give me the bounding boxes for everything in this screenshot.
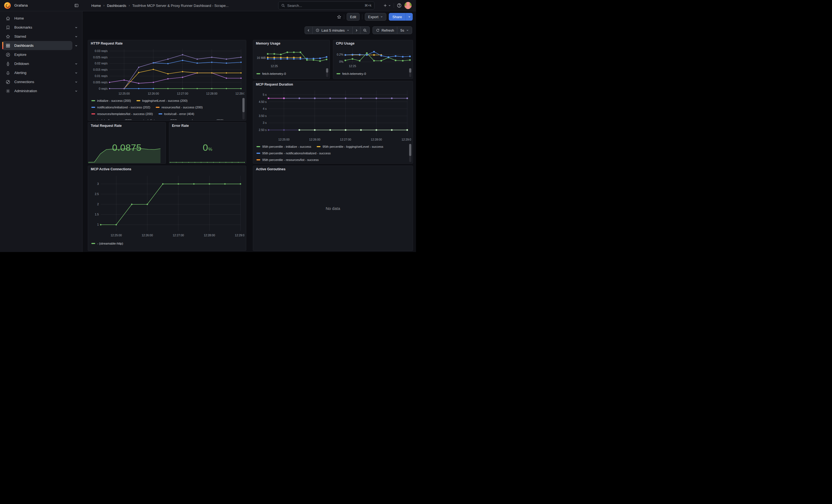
chevron-down-icon[interactable]: [72, 42, 80, 50]
duration-legend: 95th percentile - initialize - success95…: [256, 143, 407, 163]
grafana-logo-icon: [4, 2, 11, 9]
legend-item[interactable]: tools/call - success (200): [92, 119, 132, 120]
legend-item[interactable]: resources/templates/list - success (200): [92, 112, 153, 115]
time-range-picker[interactable]: Last 5 minutes: [312, 26, 353, 34]
legend-item[interactable]: fetch-telemetry-0: [337, 72, 366, 75]
legend-item[interactable]: fetch-telemetry-0: [256, 72, 286, 75]
svg-text:12:27:00: 12:27:00: [173, 234, 184, 237]
legend-swatch: [92, 113, 95, 114]
sidebar-item-bookmarks[interactable]: Bookmarks: [2, 23, 72, 32]
refresh-interval-picker[interactable]: 5s: [397, 26, 412, 34]
legend-swatch: [256, 159, 260, 160]
panel-title[interactable]: Total Request Rate: [91, 124, 122, 128]
panel-title[interactable]: Active Goroutines: [256, 167, 286, 171]
chevron-down-icon[interactable]: [72, 33, 80, 41]
mcp-active-connections-chart[interactable]: 12:25:0012:26:0012:27:0012:28:0012:29:00…: [90, 173, 244, 238]
svg-text:12:29:00: 12:29:00: [402, 138, 411, 141]
star-dashboard-button[interactable]: [337, 13, 341, 21]
legend-swatch: [256, 146, 260, 147]
time-forward-button[interactable]: [353, 26, 360, 34]
svg-text:16 MiB: 16 MiB: [257, 56, 266, 59]
edit-button[interactable]: Edit: [347, 13, 359, 21]
svg-text:12:25:00: 12:25:00: [119, 92, 130, 95]
chevron-down-icon[interactable]: [72, 87, 80, 95]
share-menu-button[interactable]: [406, 13, 413, 21]
sidebar-row: Connections: [2, 77, 80, 86]
chevron-down-icon[interactable]: [72, 78, 80, 86]
legend-scrollbar[interactable]: [242, 98, 244, 120]
chevron-down-icon: [380, 16, 383, 18]
legend-item[interactable]: 95th percentile - logging/setLevel - suc…: [317, 145, 383, 148]
chevron-down-icon[interactable]: [72, 60, 80, 68]
chevron-down-icon[interactable]: [72, 69, 80, 77]
svg-text:1.5: 1.5: [95, 213, 99, 216]
grid-icon: [5, 43, 10, 48]
sidebar-item-starred[interactable]: Starred: [2, 32, 72, 41]
total-request-rate-value: 0.0875: [112, 142, 142, 153]
svg-text:0.005 req/s: 0.005 req/s: [93, 81, 108, 84]
legend-item[interactable]: notifications/initialized - success (202…: [92, 106, 150, 109]
legend-scrollbar[interactable]: [409, 68, 411, 77]
zoom-out-button[interactable]: [360, 26, 370, 34]
memory-usage-chart[interactable]: 12:2516 MiB: [255, 46, 328, 69]
legend-item[interactable]: 95th percentile - initialize - success: [256, 145, 311, 148]
legend-item[interactable]: tools/list - success (200): [137, 119, 177, 120]
sidebar-row: Drilldown: [2, 59, 80, 68]
add-button[interactable]: [383, 2, 391, 9]
sidebar-item-dashboards[interactable]: Dashboards: [2, 41, 72, 50]
svg-text:0.025 req/s: 0.025 req/s: [93, 56, 108, 59]
sidebar-item-drilldown[interactable]: Drilldown: [2, 59, 72, 68]
legend-item[interactable]: resources/list - success (200): [156, 106, 203, 109]
svg-text:4 s: 4 s: [263, 107, 267, 110]
legend-item[interactable]: initialize - success (200): [92, 99, 131, 102]
breadcrumb-home[interactable]: Home: [92, 4, 101, 8]
panel-title[interactable]: Memory Usage: [256, 42, 280, 45]
export-button[interactable]: Export: [365, 13, 387, 21]
time-back-button[interactable]: [305, 26, 313, 34]
cpu-usage-chart[interactable]: 12:250.2%0%: [335, 46, 412, 69]
svg-text:12:25: 12:25: [349, 64, 356, 68]
divider: [394, 3, 394, 8]
http-request-rate-chart[interactable]: 12:25:0012:26:0012:27:0012:28:0012:29:00…: [90, 47, 244, 96]
sidebar-row: Dashboards: [2, 41, 80, 50]
legend-item[interactable]: 95th percentile - notifications/initiali…: [256, 152, 331, 155]
legend-item[interactable]: logging/setLevel - success (200): [136, 99, 188, 102]
breadcrumb-dashboards[interactable]: Dashboards: [107, 4, 126, 8]
sidebar-toggle-icon[interactable]: [73, 2, 80, 9]
svg-text:12:29:00: 12:29:00: [235, 92, 244, 95]
memory-legend: fetch-telemetry-0: [256, 71, 325, 78]
svg-text:3.50 s: 3.50 s: [259, 114, 267, 117]
refresh-button[interactable]: Refresh: [372, 26, 397, 34]
zoom-out-icon: [363, 28, 367, 32]
no-data-message: No data: [253, 206, 413, 211]
panel-title[interactable]: HTTP Request Rate: [91, 42, 123, 45]
help-button[interactable]: [397, 2, 402, 9]
legend-item[interactable]: unknown - success (200): [183, 119, 224, 120]
panel-title[interactable]: CPU Usage: [336, 42, 354, 45]
panel-title[interactable]: MCP Request Duration: [256, 82, 293, 86]
legend-swatch: [158, 113, 162, 114]
legend-item[interactable]: tools/call - error (404): [158, 112, 194, 115]
legend-item[interactable]: - (streamable-http): [92, 242, 123, 245]
sidebar-item-administration[interactable]: Administration: [2, 86, 72, 96]
chevron-down-icon: [388, 4, 391, 7]
svg-text:12:26:00: 12:26:00: [309, 138, 320, 141]
legend-scrollbar[interactable]: [326, 68, 328, 77]
legend-item[interactable]: 95th percentile - resources/list - succe…: [256, 158, 319, 161]
svg-text:0.2%: 0.2%: [337, 53, 343, 56]
share-button[interactable]: Share: [389, 13, 406, 21]
bookmark-icon: [5, 25, 10, 30]
chevron-down-icon[interactable]: [72, 24, 80, 31]
sidebar-item-home[interactable]: Home: [2, 14, 72, 23]
sidebar-item-connections[interactable]: Connections: [2, 77, 72, 86]
panel-error-rate: Error Rate 0%: [169, 122, 246, 164]
search-input[interactable]: Search... ⌘+k: [278, 1, 374, 10]
mcp-request-duration-chart[interactable]: 12:25:0012:26:0012:27:0012:28:0012:29:00…: [255, 88, 411, 142]
sidebar-item-explore[interactable]: Explore: [2, 50, 72, 59]
user-avatar[interactable]: [405, 2, 412, 9]
panel-title[interactable]: Error Rate: [172, 124, 189, 128]
legend-scrollbar[interactable]: [409, 144, 411, 162]
panel-memory-usage: Memory Usage 12:2516 MiB fetch-telemetry…: [253, 40, 330, 79]
sidebar-item-alerting[interactable]: Alerting: [2, 68, 72, 77]
panel-title[interactable]: MCP Active Connections: [91, 167, 131, 171]
